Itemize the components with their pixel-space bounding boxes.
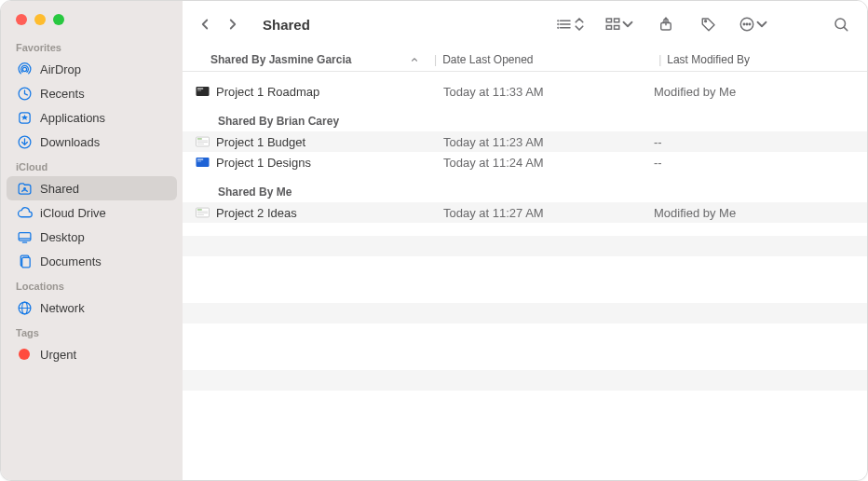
download-icon	[16, 133, 33, 150]
network-icon	[16, 299, 33, 316]
column-headers: Shared By Jasmine Garcia | Date Last Ope…	[183, 48, 867, 72]
back-button[interactable]	[192, 11, 218, 37]
sidebar-item-urgent[interactable]: Urgent	[7, 342, 177, 366]
forward-button[interactable]	[220, 11, 246, 37]
file-icon	[194, 204, 210, 221]
placeholder-row	[183, 303, 867, 323]
share-button[interactable]	[653, 11, 679, 37]
sidebar-item-airdrop[interactable]: AirDrop	[7, 57, 177, 81]
sidebar-item-icloud-drive[interactable]: iCloud Drive	[7, 200, 177, 225]
file-name: Project 1 Designs	[216, 156, 443, 170]
sidebar-item-label: Network	[40, 301, 85, 315]
column-header-name[interactable]: Shared By Jasmine Garcia	[210, 53, 428, 66]
svg-point-12	[705, 21, 707, 22]
clock-icon	[16, 85, 33, 102]
file-modified-by: Modified by Me	[654, 206, 867, 220]
file-date: Today at 11:27 AM	[443, 206, 654, 220]
sidebar-item-label: AirDrop	[40, 62, 81, 76]
toolbar: Shared	[183, 1, 867, 48]
svg-point-4	[558, 24, 559, 25]
file-list: Project 1 RoadmapToday at 11:33 AMModifi…	[183, 72, 867, 480]
sidebar-item-label: Downloads	[40, 135, 100, 149]
sidebar-item-label: Desktop	[40, 230, 85, 244]
placeholder-row	[183, 370, 867, 391]
sidebar-item-label: Shared	[40, 182, 79, 196]
svg-point-15	[746, 23, 748, 25]
svg-point-14	[743, 23, 745, 25]
group-label: Shared By Brian Carey	[183, 107, 867, 131]
sidebar-item-downloads[interactable]: Downloads	[7, 130, 177, 154]
sidebar-item-desktop[interactable]: Desktop	[7, 225, 177, 249]
zoom-window-button[interactable]	[53, 14, 64, 25]
file-date: Today at 11:23 AM	[443, 135, 654, 149]
file-row[interactable]: Project 1 RoadmapToday at 11:33 AMModifi…	[183, 81, 867, 102]
desktop-icon	[16, 228, 33, 245]
sidebar-item-label: Documents	[40, 254, 102, 268]
main-pane: Shared	[183, 1, 867, 480]
tags-button[interactable]	[696, 11, 722, 37]
placeholder-row	[183, 337, 867, 357]
sidebar-item-recents[interactable]: Recents	[7, 81, 177, 105]
window-title: Shared	[263, 17, 310, 33]
sidebar-item-applications[interactable]: Applications	[7, 105, 177, 130]
more-button[interactable]	[739, 11, 770, 37]
sidebar-item-label: Recents	[40, 87, 85, 101]
column-name-label: Shared By Jasmine Garcia	[210, 53, 351, 66]
file-icon	[194, 154, 210, 171]
sidebar-item-shared[interactable]: Shared	[7, 176, 177, 200]
file-name: Project 1 Roadmap	[216, 85, 443, 99]
documents-icon	[16, 253, 33, 269]
cloud-icon	[16, 204, 33, 221]
file-date: Today at 11:24 AM	[443, 156, 654, 170]
sidebar-item-label: Urgent	[40, 348, 76, 362]
minimize-window-button[interactable]	[34, 14, 46, 25]
placeholder-row	[183, 236, 867, 256]
svg-point-5	[558, 27, 559, 28]
svg-rect-6	[606, 19, 611, 22]
svg-rect-9	[615, 26, 619, 30]
sidebar-item-documents[interactable]: Documents	[7, 249, 177, 273]
sidebar-section-label: iCloud	[1, 161, 183, 176]
airdrop-icon	[16, 61, 33, 77]
group-label: Shared By Me	[183, 178, 867, 202]
sidebar: FavoritesAirDropRecentsApplicationsDownl…	[1, 1, 183, 480]
svg-rect-7	[615, 19, 619, 22]
file-modified-by: Modified by Me	[654, 85, 867, 99]
sidebar-item-label: iCloud Drive	[40, 206, 106, 220]
sidebar-section-label: Favorites	[1, 42, 183, 57]
file-icon	[194, 133, 210, 150]
file-name: Project 2 Ideas	[216, 206, 443, 220]
sidebar-item-label: Applications	[40, 111, 105, 125]
svg-point-3	[558, 21, 559, 21]
sort-ascending-icon	[410, 55, 419, 64]
column-header-date[interactable]: Date Last Opened	[442, 53, 653, 66]
svg-rect-8	[606, 26, 611, 30]
close-window-button[interactable]	[16, 14, 27, 25]
column-header-modified[interactable]: Last Modified By	[667, 53, 867, 66]
view-mode-button[interactable]	[556, 11, 588, 37]
svg-line-18	[844, 27, 847, 30]
file-modified-by: --	[654, 156, 867, 170]
sidebar-section-label: Tags	[1, 327, 183, 342]
file-date: Today at 11:33 AM	[443, 85, 654, 99]
file-row[interactable]: Project 2 IdeasToday at 11:27 AMModified…	[183, 202, 867, 223]
shared-icon	[16, 180, 33, 197]
window-controls	[1, 1, 183, 42]
group-by-button[interactable]	[604, 11, 636, 37]
file-icon	[194, 83, 210, 100]
file-row[interactable]: Project 1 BudgetToday at 11:23 AM--	[183, 131, 867, 152]
file-modified-by: --	[654, 135, 867, 149]
file-row[interactable]: Project 1 DesignsToday at 11:24 AM--	[183, 152, 867, 172]
file-name: Project 1 Budget	[216, 135, 443, 149]
sidebar-section-label: Locations	[1, 281, 183, 295]
search-button[interactable]	[828, 11, 854, 37]
apps-icon	[16, 109, 33, 126]
finder-window: FavoritesAirDropRecentsApplicationsDownl…	[0, 0, 868, 481]
sidebar-item-network[interactable]: Network	[7, 295, 177, 320]
svg-point-16	[749, 23, 751, 25]
tag-red	[16, 346, 33, 363]
placeholder-row	[183, 269, 867, 290]
